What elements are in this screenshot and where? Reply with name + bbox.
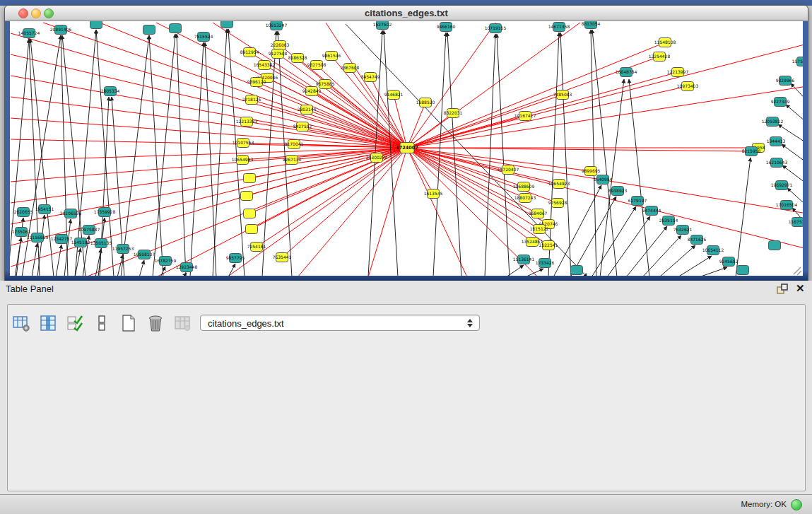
network-node-label: 9466160 xyxy=(437,24,456,29)
network-edge xyxy=(213,23,407,148)
float-panel-icon[interactable] xyxy=(776,283,789,296)
network-node-label: 1615122 xyxy=(530,226,549,231)
network-edge xyxy=(326,23,407,148)
table-settings-icon[interactable] xyxy=(11,314,30,333)
network-node-label: 10107553 xyxy=(233,140,254,145)
network-edge xyxy=(205,42,216,276)
network-node-label: 2805334 xyxy=(101,88,120,93)
rows-icon[interactable] xyxy=(92,314,111,333)
network-node-label: 10973403 xyxy=(677,83,699,88)
network-node-label: 12213383 xyxy=(236,119,258,124)
network-node[interactable] xyxy=(143,25,155,35)
network-canvas[interactable]: 2226063891295491275081654338281863289327… xyxy=(10,21,803,276)
network-edge xyxy=(190,42,204,276)
network-node-label: 11156869 xyxy=(27,235,49,240)
table-panel: Table Panel ✕ xyxy=(0,281,812,494)
network-table-dropdown[interactable]: citations_edges.txt xyxy=(200,315,480,331)
network-node-label: 12342757 xyxy=(51,236,73,241)
close-traffic-light-icon[interactable] xyxy=(18,8,28,18)
select-column-icon[interactable] xyxy=(38,314,57,333)
network-node[interactable] xyxy=(769,241,781,250)
network-node-label: 1513545 xyxy=(424,191,443,196)
network-node-label: 9327508 xyxy=(307,62,326,67)
zoom-traffic-light-icon[interactable] xyxy=(44,8,54,18)
network-edge xyxy=(11,33,407,148)
network-node-label: 8813054 xyxy=(582,21,601,26)
network-node[interactable] xyxy=(246,225,258,234)
network-edge xyxy=(497,34,510,276)
network-node-label: 8215958 xyxy=(742,148,761,153)
network-edge xyxy=(407,86,803,148)
network-edge xyxy=(407,116,525,148)
new-page-icon[interactable] xyxy=(119,314,138,333)
network-node-label: 10654983 xyxy=(232,157,254,162)
network-node-label: 2367608 xyxy=(341,65,360,70)
table-toolbar: f(x) xyxy=(11,311,218,335)
table-panel-title: Table Panel xyxy=(6,284,54,294)
network-node-label: 9227349 xyxy=(771,99,790,104)
network-node-label: 9267130 xyxy=(283,157,302,162)
network-node[interactable] xyxy=(244,209,256,218)
network-edge xyxy=(407,148,467,276)
network-edge xyxy=(678,256,712,276)
network-edge xyxy=(407,148,538,214)
import-table-icon[interactable] xyxy=(172,314,192,333)
resize-grip-icon[interactable] xyxy=(794,267,801,275)
network-node-label: 1588520 xyxy=(416,100,435,105)
network-node-label: 9329966 xyxy=(776,78,795,83)
network-node[interactable] xyxy=(571,266,583,275)
network-node-label: 2522541 xyxy=(539,243,558,247)
network-node-label: 2803144 xyxy=(298,107,317,112)
network-node-label: 1735061 xyxy=(12,229,31,234)
network-node-label: 14055724 xyxy=(18,30,40,35)
network-node-label: 9756928 xyxy=(548,200,567,205)
trash-icon[interactable] xyxy=(146,314,165,333)
network-node-label: 15751074 xyxy=(792,59,803,64)
select-rows-check-icon[interactable] xyxy=(65,314,84,333)
network-node-label: 9861546 xyxy=(322,53,341,58)
network-node-label: 8322031 xyxy=(444,110,463,115)
network-node-label: 12254428 xyxy=(649,54,671,59)
network-node[interactable] xyxy=(90,21,102,29)
window-title: citations_edges.txt xyxy=(5,6,808,21)
network-node-label: 2620655 xyxy=(14,209,33,214)
network-node[interactable] xyxy=(241,192,253,201)
network-node[interactable] xyxy=(737,266,749,275)
network-node[interactable] xyxy=(244,174,256,183)
network-node-label: 9474444 xyxy=(642,208,661,213)
network-node-label: 10688609 xyxy=(513,184,535,189)
network-node-label: 18807243 xyxy=(514,195,536,200)
network-node-label: 25300234 xyxy=(366,155,388,160)
dropdown-stepper-icon[interactable] xyxy=(465,317,475,329)
network-edge xyxy=(570,197,616,276)
network-node-label: 1954151 xyxy=(35,206,54,211)
network-node-label: 15136141 xyxy=(513,257,535,262)
network-node-label: 8912954 xyxy=(240,49,259,54)
network-node-label: 15720407 xyxy=(498,167,519,172)
network-node[interactable] xyxy=(221,21,233,28)
network-node-label: 1527602 xyxy=(373,22,392,27)
network-node-label: 7485083 xyxy=(553,92,572,97)
network-edge xyxy=(407,42,665,148)
window-titlebar[interactable]: citations_edges.txt xyxy=(5,6,808,21)
minimize-traffic-light-icon[interactable] xyxy=(31,8,41,18)
network-node-label: 12093822 xyxy=(762,119,784,124)
status-bar: Memory: OK xyxy=(0,494,812,514)
citation-network-graph[interactable]: 2226063891295491275081654338281863289327… xyxy=(10,21,803,276)
network-node-label: 8186328 xyxy=(288,55,307,60)
network-node-label: 9170041 xyxy=(285,141,304,146)
network-edge xyxy=(560,33,571,276)
network-node[interactable] xyxy=(170,24,182,33)
network-node-label: 13505135 xyxy=(90,240,112,245)
network-node-label: 10719155 xyxy=(485,25,507,30)
network-node-label: 9146821 xyxy=(384,92,404,97)
network-node-label: 16543382 xyxy=(254,62,276,67)
network-window: citations_edges.txt 22260638912954912750… xyxy=(4,5,808,282)
close-panel-icon[interactable]: ✕ xyxy=(796,282,805,295)
network-edge xyxy=(407,148,559,184)
network-edge xyxy=(659,245,695,276)
network-edge xyxy=(791,83,803,105)
network-node-label: 1145190 xyxy=(71,240,90,245)
memory-ok-icon[interactable] xyxy=(791,499,802,510)
network-node-label: 8471626 xyxy=(688,237,707,242)
